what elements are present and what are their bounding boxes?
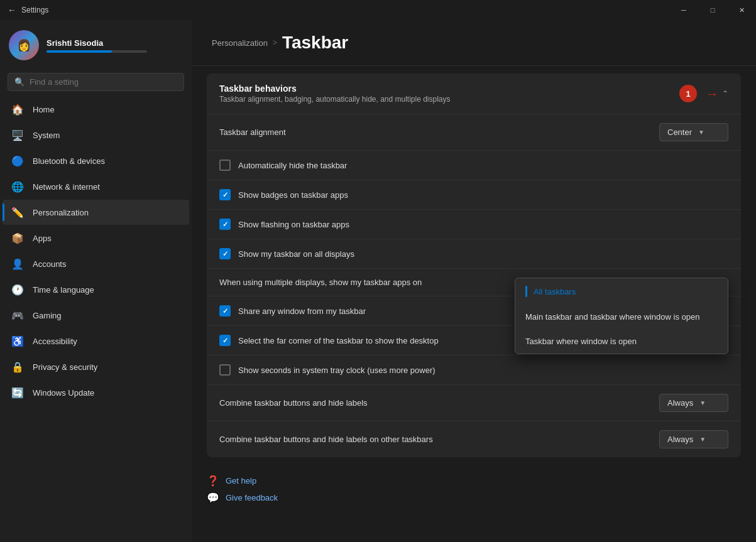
- sidebar-item-update[interactable]: 🔄 Windows Update: [3, 380, 189, 405]
- far-corner-checkbox[interactable]: [219, 335, 231, 346]
- privacy-icon: 🔒: [11, 360, 24, 373]
- feedback-icon: 💬: [207, 492, 219, 504]
- show-all-displays-checkbox-group: Show my taskbar on all displays: [219, 248, 354, 259]
- sidebar-item-network[interactable]: 🌐 Network & internet: [3, 174, 189, 199]
- auto-hide-checkbox[interactable]: [219, 160, 231, 171]
- dropdown-option-label: Main taskbar and taskbar where window is…: [525, 312, 699, 322]
- show-seconds-checkbox-group: Show seconds in system tray clock (uses …: [219, 364, 436, 376]
- auto-hide-checkbox-group: Automatically hide the taskbar: [219, 160, 347, 171]
- combine-other-value: Always: [667, 435, 693, 444]
- sidebar-item-label: Accounts: [33, 259, 66, 269]
- multiple-displays-row: When using multiple displays, show my ta…: [207, 269, 741, 296]
- avatar: 👩: [9, 30, 39, 60]
- combine-other-dropdown[interactable]: Always ▼: [659, 430, 728, 448]
- sidebar-item-privacy[interactable]: 🔒 Privacy & security: [3, 354, 189, 379]
- show-seconds-checkbox[interactable]: [219, 364, 231, 376]
- multiple-displays-dropdown-list: All taskbars Main taskbar and taskbar wh…: [515, 278, 728, 354]
- personalization-icon: ✏️: [11, 206, 24, 219]
- home-icon: 🏠: [11, 103, 24, 116]
- content-area: Personalization > Taskbar Taskbar behavi…: [192, 20, 756, 542]
- dropdown-option-main-taskbar[interactable]: Main taskbar and taskbar where window is…: [515, 305, 728, 329]
- combine-buttons-value: Always: [667, 398, 693, 408]
- collapse-chevron-icon[interactable]: ⌃: [722, 89, 728, 98]
- titlebar-title: Settings: [21, 6, 48, 14]
- show-all-displays-row: Show my taskbar on all displays: [207, 239, 741, 269]
- sidebar-item-label: Bluetooth & devices: [33, 156, 105, 166]
- sidebar-item-bluetooth[interactable]: 🔵 Bluetooth & devices: [3, 148, 189, 173]
- breadcrumb-parent[interactable]: Personalization: [212, 38, 268, 48]
- sidebar-item-label: Apps: [33, 234, 52, 243]
- selected-indicator: [525, 286, 527, 297]
- show-flashing-checkbox[interactable]: [219, 219, 231, 230]
- user-info: Srishti Sisodia: [47, 38, 183, 53]
- dropdown-option-taskbar-window[interactable]: Taskbar where window is open → 2: [515, 329, 728, 354]
- sidebar-item-label: System: [33, 131, 60, 140]
- show-flashing-checkbox-group: Show flashing on taskbar apps: [219, 219, 349, 230]
- sidebar-item-gaming[interactable]: 🎮 Gaming: [3, 303, 189, 328]
- dropdown-chevron-icon: ▼: [699, 436, 706, 443]
- search-input[interactable]: [30, 77, 177, 87]
- give-feedback-label: Give feedback: [226, 493, 278, 502]
- help-icon: ❓: [207, 475, 219, 487]
- page-header: Personalization > Taskbar: [192, 20, 756, 66]
- minimize-button[interactable]: ─: [669, 0, 698, 20]
- maximize-button[interactable]: □: [698, 0, 727, 20]
- show-badges-label: Show badges on taskbar apps: [238, 190, 348, 200]
- section-header-info: Taskbar behaviors Taskbar alignment, bad…: [219, 84, 451, 104]
- sidebar-item-personalization[interactable]: ✏️ Personalization: [3, 200, 189, 225]
- breadcrumb-separator: >: [273, 38, 277, 47]
- taskbar-alignment-dropdown[interactable]: Center ▼: [659, 123, 728, 141]
- page-title: Taskbar: [282, 33, 348, 53]
- step-badge-1: 1: [679, 85, 697, 102]
- sidebar-item-label: Accessibility: [33, 337, 77, 346]
- footer-links: ❓ Get help 💬 Give feedback: [192, 465, 756, 514]
- search-box[interactable]: 🔍: [8, 73, 184, 91]
- update-icon: 🔄: [11, 386, 24, 399]
- breadcrumb: Personalization > Taskbar: [212, 33, 736, 53]
- section-subtitle: Taskbar alignment, badging, automaticall…: [219, 95, 451, 104]
- close-button[interactable]: ✕: [727, 0, 756, 20]
- sidebar-item-label: Home: [33, 105, 55, 114]
- give-feedback-link[interactable]: 💬 Give feedback: [207, 492, 741, 504]
- user-progress-bar-container: [47, 50, 147, 53]
- badge-arrow-group: 1 → ⌃: [679, 85, 728, 102]
- system-icon: 🖥️: [11, 129, 24, 141]
- show-seconds-label: Show seconds in system tray clock (uses …: [238, 366, 436, 375]
- dropdown-option-all-taskbars[interactable]: All taskbars: [515, 278, 728, 305]
- apps-icon: 📦: [11, 232, 24, 244]
- show-flashing-label: Show flashing on taskbar apps: [238, 220, 349, 229]
- sidebar-item-label: Time & language: [33, 285, 94, 295]
- back-button[interactable]: ←: [8, 5, 16, 15]
- sidebar-item-apps[interactable]: 📦 Apps: [3, 225, 189, 251]
- sidebar-item-system[interactable]: 🖥️ System: [3, 122, 189, 148]
- user-progress-fill: [47, 50, 112, 53]
- network-icon: 🌐: [11, 180, 24, 193]
- sidebar-item-home[interactable]: 🏠 Home: [3, 97, 189, 122]
- dropdown-chevron-icon: ▼: [699, 399, 706, 406]
- combine-buttons-label: Combine taskbar buttons and hide labels: [219, 398, 368, 408]
- show-badges-checkbox-group: Show badges on taskbar apps: [219, 189, 348, 200]
- show-flashing-row: Show flashing on taskbar apps: [207, 210, 741, 239]
- sidebar-item-label: Personalization: [33, 208, 89, 217]
- arrow-right-icon: →: [706, 87, 718, 101]
- show-all-displays-checkbox[interactable]: [219, 248, 231, 259]
- sidebar-item-accessibility[interactable]: ♿ Accessibility: [3, 328, 189, 354]
- far-corner-label: Select the far corner of the taskbar to …: [238, 336, 439, 345]
- far-corner-checkbox-group: Select the far corner of the taskbar to …: [219, 335, 439, 346]
- sidebar-item-label: Network & internet: [33, 182, 100, 192]
- share-window-checkbox[interactable]: [219, 305, 231, 317]
- taskbar-alignment-value: Center: [667, 127, 692, 137]
- user-section[interactable]: 👩 Srishti Sisodia: [0, 20, 192, 70]
- time-icon: 🕐: [11, 283, 24, 296]
- combine-buttons-dropdown[interactable]: Always ▼: [659, 394, 728, 412]
- get-help-link[interactable]: ❓ Get help: [207, 475, 741, 487]
- section-header[interactable]: Taskbar behaviors Taskbar alignment, bad…: [207, 73, 741, 114]
- show-badges-row: Show badges on taskbar apps: [207, 180, 741, 210]
- gaming-icon: 🎮: [11, 309, 24, 322]
- sidebar-item-accounts[interactable]: 👤 Accounts: [3, 251, 189, 276]
- show-badges-checkbox[interactable]: [219, 189, 231, 200]
- accessibility-icon: ♿: [11, 335, 24, 347]
- sidebar-item-time[interactable]: 🕐 Time & language: [3, 277, 189, 302]
- taskbar-alignment-label: Taskbar alignment: [219, 127, 286, 137]
- show-seconds-row: Show seconds in system tray clock (uses …: [207, 355, 741, 385]
